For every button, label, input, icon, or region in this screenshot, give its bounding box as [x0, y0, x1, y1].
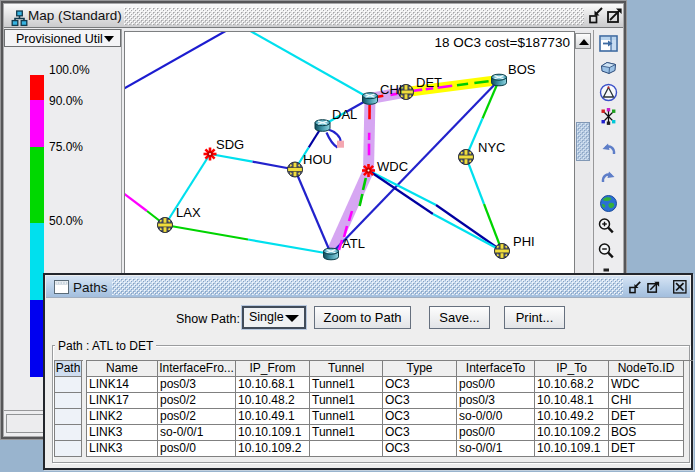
svg-text:LAX: LAX	[176, 205, 201, 220]
svg-text:CHI: CHI	[380, 82, 402, 97]
svg-text:NYC: NYC	[478, 140, 505, 155]
svg-text:DET: DET	[416, 75, 442, 90]
svg-text:PHI: PHI	[513, 234, 535, 249]
svg-text:WDC: WDC	[377, 159, 408, 174]
svg-text:HOU: HOU	[303, 152, 332, 167]
svg-text:DAL: DAL	[332, 107, 357, 122]
svg-text:18 OC3 cost=$187730: 18 OC3 cost=$187730	[435, 35, 570, 50]
svg-text:SDG: SDG	[216, 137, 244, 152]
svg-text:BOS: BOS	[508, 62, 536, 77]
svg-text:ATL: ATL	[342, 236, 365, 251]
